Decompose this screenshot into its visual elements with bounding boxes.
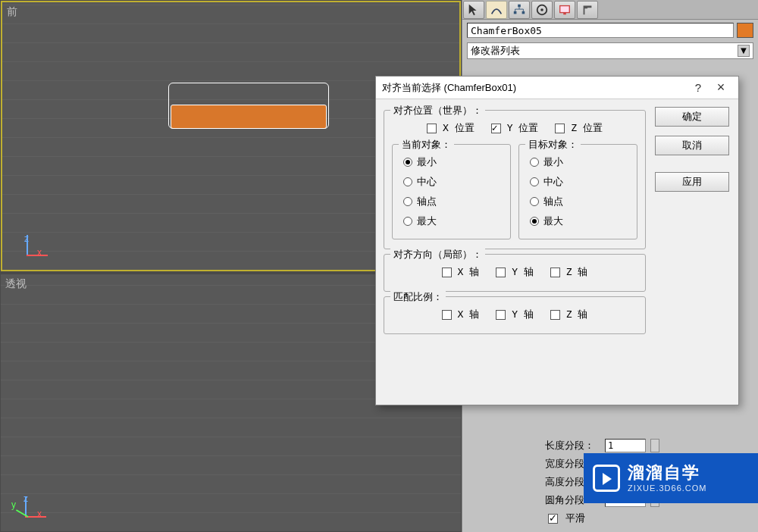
z-position-checkbox[interactable] xyxy=(555,124,565,133)
svg-rect-6 xyxy=(563,13,566,15)
monitor-icon xyxy=(558,3,572,17)
sofa-ortho-cushions xyxy=(171,105,327,129)
target-pivot-radio[interactable] xyxy=(530,197,539,206)
align-orientation-group: 对齐方向（局部）： X 轴 Y 轴 Z 轴 xyxy=(384,254,646,292)
cursor-icon xyxy=(467,3,481,17)
fillet-seg-label: 圆角分段： xyxy=(473,493,600,507)
current-max-radio[interactable] xyxy=(403,217,412,226)
hierarchy-icon xyxy=(512,3,526,17)
align-dialog: 对齐当前选择 (ChamferBox01) ? × 对齐位置（世界）： X 位置… xyxy=(375,76,739,405)
current-min-radio[interactable] xyxy=(403,158,412,167)
watermark-url: ZIXUE.3D66.COM xyxy=(628,483,706,493)
watermark-banner: 溜溜自学 ZIXUE.3D66.COM xyxy=(584,453,758,503)
svg-rect-5 xyxy=(560,6,570,13)
height-seg-label: 高度分段： xyxy=(473,475,600,489)
smooth-label: 平滑 xyxy=(565,512,585,525)
scale-z-checkbox[interactable] xyxy=(550,310,560,320)
svg-rect-2 xyxy=(522,11,525,14)
arc-icon xyxy=(490,3,503,17)
viewport-front-label: 前 xyxy=(7,5,17,19)
play-icon xyxy=(593,465,620,492)
object-name-field[interactable] xyxy=(467,23,734,38)
tab-display[interactable] xyxy=(554,1,575,19)
current-pivot-radio[interactable] xyxy=(403,197,412,206)
wheel-icon xyxy=(535,3,549,17)
target-object-group: 目标对象： 最小 中心 轴点 最大 xyxy=(518,144,637,239)
target-min-radio[interactable] xyxy=(530,158,539,167)
cancel-button[interactable]: 取消 xyxy=(655,136,729,155)
modifier-list-dropdown[interactable]: 修改器列表 ▼ xyxy=(467,42,753,59)
current-center-radio[interactable] xyxy=(403,177,412,186)
tab-utilities[interactable] xyxy=(577,1,598,19)
x-position-checkbox[interactable] xyxy=(427,124,437,133)
svg-rect-0 xyxy=(518,5,521,8)
command-tabs xyxy=(462,0,758,20)
target-center-radio[interactable] xyxy=(530,177,539,186)
hammer-icon xyxy=(581,3,594,17)
tab-hierarchy[interactable] xyxy=(509,1,530,19)
width-seg-label: 宽度分段： xyxy=(473,457,600,471)
ok-button[interactable]: 确定 xyxy=(655,107,729,127)
orient-z-checkbox[interactable] xyxy=(550,268,560,277)
scale-x-checkbox[interactable] xyxy=(442,310,452,320)
length-seg-spinner[interactable] xyxy=(605,439,646,452)
tab-create[interactable] xyxy=(463,1,484,19)
tab-modify[interactable] xyxy=(486,1,507,19)
modifier-list-label: 修改器列表 xyxy=(471,44,520,58)
dialog-close-button[interactable]: × xyxy=(709,80,732,95)
object-color-swatch[interactable] xyxy=(737,23,753,38)
align-position-title: 对齐位置（世界）： xyxy=(390,104,485,117)
watermark-text: 溜溜自学 xyxy=(628,463,706,483)
apply-button[interactable]: 应用 xyxy=(655,172,729,192)
scale-y-checkbox[interactable] xyxy=(496,310,506,320)
dialog-title: 对齐当前选择 (ChamferBox01) xyxy=(382,81,687,95)
dialog-help-button[interactable]: ? xyxy=(687,81,709,94)
smooth-checkbox[interactable] xyxy=(548,514,558,524)
svg-point-4 xyxy=(540,8,543,11)
current-object-group: 当前对象： 最小 中心 轴点 最大 xyxy=(392,144,511,239)
match-scale-title: 匹配比例： xyxy=(390,290,446,304)
dialog-titlebar[interactable]: 对齐当前选择 (ChamferBox01) ? × xyxy=(376,77,738,99)
sofa-ortho-outline[interactable] xyxy=(168,83,329,129)
spinner-buttons[interactable] xyxy=(650,439,659,452)
align-orient-title: 对齐方向（局部）： xyxy=(390,248,485,261)
svg-rect-1 xyxy=(514,11,517,14)
viewport-persp-label: 透视 xyxy=(5,277,27,291)
orient-y-checkbox[interactable] xyxy=(496,268,506,277)
tab-motion[interactable] xyxy=(531,1,553,19)
length-seg-label: 长度分段： xyxy=(473,439,600,452)
y-position-checkbox[interactable] xyxy=(491,124,501,133)
current-object-title: 当前对象： xyxy=(399,138,454,152)
target-max-radio[interactable] xyxy=(530,217,539,226)
dropdown-arrow-icon: ▼ xyxy=(738,45,750,57)
align-position-group: 对齐位置（世界）： X 位置 Y 位置 Z 位置 当前对象： 最小 中心 轴点 … xyxy=(384,110,646,249)
match-scale-group: 匹配比例： X 轴 Y 轴 Z 轴 xyxy=(384,296,646,334)
orient-x-checkbox[interactable] xyxy=(442,268,452,277)
target-object-title: 目标对象： xyxy=(525,138,581,152)
